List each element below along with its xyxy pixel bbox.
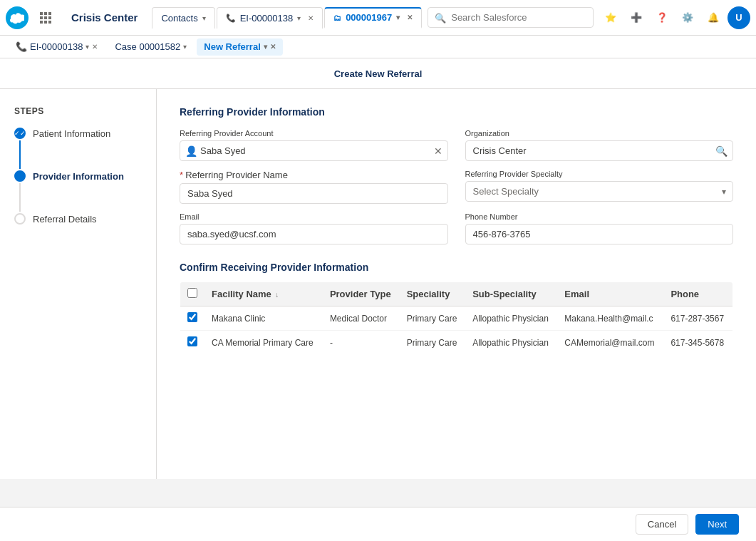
- svg-rect-4: [44, 16, 47, 19]
- main-layout: Steps ✓ Patient Information Provider Inf…: [0, 89, 756, 479]
- email-input[interactable]: [180, 224, 448, 244]
- cancel-button[interactable]: Cancel: [636, 514, 688, 535]
- chevron-down-icon: ▾: [396, 14, 400, 21]
- close-icon[interactable]: ✕: [407, 14, 413, 21]
- tab-000001967[interactable]: 🗂 000001967 ▾ ✕: [324, 7, 422, 29]
- tab-label: 000001967: [346, 12, 392, 23]
- referring-provider-account-field: Referring Provider Account 👤 ✕: [180, 129, 448, 161]
- referring-provider-specialty-field: Referring Provider Specialty Select Spec…: [465, 170, 734, 204]
- phone-field: Phone Number: [465, 212, 734, 244]
- next-button[interactable]: Next: [695, 514, 739, 535]
- referring-provider-specialty-select[interactable]: Select Specialty: [465, 181, 734, 202]
- sub-tab-label: EI-00000138: [30, 41, 83, 52]
- row-checkbox[interactable]: [187, 336, 197, 346]
- app-name: Crisis Center: [63, 11, 146, 24]
- cell-provider-type: -: [323, 331, 400, 355]
- svg-rect-2: [48, 12, 51, 15]
- sidebar: Steps ✓ Patient Information Provider Inf…: [0, 89, 157, 479]
- phone-icon: 📞: [226, 14, 236, 23]
- search-input[interactable]: [428, 7, 594, 28]
- receiving-section-title: Confirm Receiving Provider Information: [180, 262, 733, 273]
- step-referral-details: Referral Details: [14, 213, 142, 225]
- help-icon[interactable]: ❓: [651, 6, 673, 29]
- organization-input[interactable]: [465, 140, 734, 161]
- row-checkbox-cell: [180, 306, 205, 331]
- organization-field: Organization 🔍: [465, 129, 734, 161]
- add-icon[interactable]: ➕: [625, 6, 648, 29]
- chevron-down-icon: ▾: [202, 14, 206, 22]
- lookup-icon: 👤: [185, 145, 197, 157]
- svg-rect-6: [40, 21, 43, 24]
- step-dot-completed: ✓: [14, 128, 26, 139]
- sort-icon[interactable]: ↓: [275, 291, 279, 299]
- cell-facility-name: CA Memorial Primary Care: [204, 331, 323, 355]
- cell-email: Makana.Health@mail.c: [557, 306, 663, 331]
- col-phone: Phone: [663, 282, 732, 306]
- step-label: Referral Details: [33, 214, 97, 225]
- select-all-checkbox[interactable]: [187, 288, 197, 298]
- close-icon[interactable]: ✕: [92, 43, 98, 51]
- cell-provider-type: Medical Doctor: [323, 306, 400, 331]
- sub-tab-new-referral[interactable]: New Referral ▾ ✕: [197, 38, 282, 56]
- avatar[interactable]: U: [727, 6, 750, 29]
- page-title: Create New Referral: [0, 58, 756, 89]
- phone-input[interactable]: [465, 224, 734, 244]
- footer: Cancel Next: [0, 507, 756, 541]
- settings-icon[interactable]: ⚙️: [676, 6, 699, 29]
- table-row: Makana Clinic Medical Doctor Primary Car…: [180, 306, 733, 331]
- search-bar: 🔍: [428, 7, 594, 28]
- email-label: Email: [180, 212, 448, 221]
- cell-speciality: Primary Care: [400, 306, 465, 331]
- referring-provider-name-input[interactable]: [180, 183, 448, 204]
- top-navigation: Crisis Center Contacts ▾ 📞 EI-00000138 ▾…: [0, 0, 756, 36]
- sub-tab-label: New Referral: [204, 41, 260, 52]
- form-grid: Referring Provider Account 👤 ✕ Organizat…: [180, 129, 733, 244]
- svg-rect-8: [48, 21, 51, 24]
- select-wrapper: Select Specialty ▾: [465, 181, 734, 202]
- provider-table: Facility Name ↓ Provider Type Speciality…: [180, 282, 733, 355]
- chevron-down-icon: ▾: [297, 14, 301, 22]
- step-provider-info: Provider Information: [14, 170, 142, 213]
- close-icon[interactable]: ✕: [270, 43, 276, 51]
- favorites-icon[interactable]: ⭐: [599, 6, 622, 29]
- file-icon: 🗂: [333, 14, 341, 22]
- close-icon[interactable]: ✕: [308, 14, 314, 22]
- tab-ei-00000138[interactable]: 📞 EI-00000138 ▾ ✕: [217, 7, 323, 29]
- sub-tab-ei-00000138[interactable]: 📞 EI-00000138 ▾ ✕: [9, 38, 105, 56]
- referring-provider-account-label: Referring Provider Account: [180, 129, 448, 138]
- sub-tab-case[interactable]: Case 00001582 ▾: [108, 38, 194, 56]
- search-icon[interactable]: 🔍: [715, 145, 727, 157]
- clear-button[interactable]: ✕: [434, 145, 442, 157]
- cell-phone: 617-287-3567: [663, 306, 732, 331]
- tab-label: Contacts: [161, 13, 197, 24]
- tab-contacts[interactable]: Contacts ▾: [152, 7, 214, 29]
- row-checkbox-cell: [180, 331, 205, 355]
- sub-tab-label: Case 00001582: [115, 41, 180, 52]
- row-checkbox[interactable]: [187, 312, 197, 322]
- referring-provider-account-input[interactable]: [180, 140, 448, 161]
- step-dot-pending: [14, 213, 26, 225]
- svg-rect-5: [48, 16, 51, 19]
- table-row: CA Memorial Primary Care - Primary Care …: [180, 331, 733, 355]
- referring-provider-specialty-label: Referring Provider Specialty: [465, 170, 734, 178]
- step-label: Provider Information: [33, 171, 124, 182]
- tab-label: EI-00000138: [240, 13, 293, 24]
- salesforce-logo[interactable]: [6, 6, 29, 29]
- referring-provider-name-label: * Referring Provider Name: [180, 170, 448, 180]
- step-label: Patient Information: [33, 128, 110, 140]
- chevron-down-icon: ▾: [264, 43, 267, 51]
- search-icon: 🔍: [435, 12, 446, 23]
- notifications-icon[interactable]: 🔔: [702, 6, 725, 29]
- phone-label: Phone Number: [465, 212, 734, 221]
- chevron-down-icon: ▾: [183, 43, 187, 51]
- col-speciality: Speciality: [400, 282, 465, 306]
- cell-email: CAMemorial@mail.com: [557, 331, 663, 355]
- col-sub-speciality: Sub-Speciality: [465, 282, 557, 306]
- svg-rect-7: [44, 21, 47, 24]
- col-provider-type: Provider Type: [323, 282, 400, 306]
- cell-phone: 617-345-5678: [663, 331, 732, 355]
- grid-icon[interactable]: [34, 6, 57, 29]
- svg-rect-3: [40, 16, 43, 19]
- lookup-input-wrapper: 👤 ✕: [180, 140, 448, 161]
- referring-section-title: Referring Provider Information: [180, 106, 733, 118]
